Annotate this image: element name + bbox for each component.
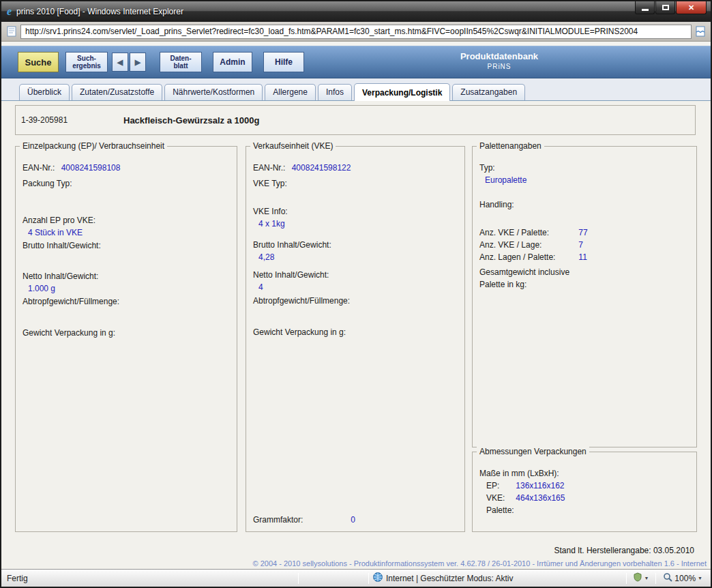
compatibility-view-icon[interactable] [696, 26, 705, 37]
chevron-down-icon: ▼ [698, 576, 702, 580]
tab-infos[interactable]: Infos [318, 84, 352, 100]
window-title: prins 2010 [Food] - Windows Internet Exp… [16, 7, 183, 16]
ep-ean-row: EAN-Nr.: 4008241598108 [23, 162, 230, 174]
vke-section: Verkaufseinheit (VKE) EAN-Nr.: 400824159… [246, 146, 465, 532]
palette-vke-lage-value: 7 [578, 240, 583, 250]
hilfe-button[interactable]: Hilfe [263, 52, 304, 72]
vke-typ-label: VKE Typ: [253, 177, 458, 190]
ep-ean-value: 4008241598108 [61, 163, 121, 173]
vke-ean-value: 4008241598122 [292, 163, 351, 173]
magnifier-icon [663, 572, 672, 584]
forward-arrow-icon: ▶ [135, 58, 140, 67]
ep-gewicht-label: Gewicht Verpackung in g: [23, 327, 230, 339]
vke-brutto-value: 4,28 [253, 251, 458, 263]
ep-section-title: Einzelpackung (EP)/ Verbrauchseinheit [20, 141, 167, 151]
back-arrow-icon: ◀ [117, 58, 123, 67]
vke-netto-value: 4 [253, 281, 458, 293]
security-zone: Internet | Geschützter Modus: Aktiv [373, 572, 514, 584]
tab-verpackung-logistik[interactable]: Verpackung/Logistik [354, 83, 450, 101]
datenblatt-label-line1: Daten- [170, 55, 191, 62]
palette-gesamtgewicht-label: Gesamtgewicht inclusive Palette in kg: [479, 266, 597, 291]
palette-section-title: Palettenangaben [477, 141, 544, 151]
security-zone-text: Internet | Geschützter Modus: Aktiv [386, 574, 514, 583]
palette-vke-lage-label: Anz. VKE / Lage: [479, 239, 576, 251]
palette-vke-lage-row: Anz. VKE / Lage: 7 [479, 239, 689, 251]
minimize-button[interactable] [635, 1, 655, 14]
ep-ean-label: EAN-Nr.: [23, 163, 55, 173]
abmessungen-ep-value: 136x116x162 [516, 481, 564, 490]
browser-window: e prins 2010 [Food] - Windows Internet E… [0, 0, 712, 588]
abmessungen-palette-row: Palette: [479, 504, 689, 516]
safety-menu-button[interactable]: ▼ [631, 572, 651, 585]
statusbar-separator [626, 573, 627, 584]
maximize-icon [662, 5, 669, 10]
title-bar: e prins 2010 [Food] - Windows Internet E… [1, 1, 711, 22]
abmessungen-ep-row: EP: 136x116x162 [479, 480, 689, 492]
vke-info-value: 4 x 1kg [253, 218, 458, 230]
brand: Produktdatenbank PRiNS [448, 51, 550, 70]
vke-grammfaktor-label: Grammfaktor: [253, 515, 348, 525]
vke-abtropf-label: Abtropfgewicht/Füllmenge: [253, 295, 458, 307]
palette-typ-label: Typ: [479, 162, 689, 174]
ep-netto-label: Netto Inhalt/Gewicht: [23, 270, 230, 282]
palette-vke-palette-row: Anz. VKE / Palette: 77 [479, 226, 689, 239]
vke-ean-row: EAN-Nr.: 4008241598122 [253, 162, 458, 174]
suchergebnis-label-line1: Such- [77, 55, 96, 62]
palette-section: Palettenangaben Typ: Europalette Handlin… [472, 146, 697, 447]
vke-brutto-label: Brutto Inhalt/Gewicht: [253, 239, 458, 251]
palette-handling-label: Handling: [479, 199, 689, 211]
statusbar-separator [298, 573, 299, 584]
status-text: Fertig [7, 574, 28, 583]
abmessungen-section: Abmessungen Verpackungen Maße in mm (LxB… [472, 452, 697, 532]
ie-icon: e [7, 6, 12, 17]
window-controls: ✕ [634, 1, 707, 14]
suchergebnis-button[interactable]: Such- ergebnis [65, 52, 108, 72]
product-header: 1-39-205981 Hackfleisch-Gewürzsalz a 100… [15, 105, 696, 135]
vke-grammfaktor-value: 0 [351, 515, 355, 525]
product-name: Hackfleisch-Gewürzsalz a 1000g [123, 115, 259, 126]
tab-zutaten-zusatzstoffe[interactable]: Zutaten/Zusatzstoffe [72, 84, 162, 100]
globe-icon [373, 572, 383, 584]
forward-button[interactable]: ▶ [130, 53, 146, 72]
suchergebnis-label-line2: ergebnis [72, 62, 101, 70]
datenblatt-label-line2: blatt [173, 62, 188, 70]
tab-zusatzangaben[interactable]: Zusatzangaben [452, 84, 525, 100]
ep-packung-typ-label: Packung Typ: [23, 177, 230, 190]
zoom-level: 100% [674, 574, 696, 583]
tab-strip: Überblick Zutaten/Zusatzstoffe Nährwerte… [1, 78, 711, 101]
abmessungen-vke-row: VKE: 464x136x165 [479, 492, 689, 504]
ep-anzahl-label: Anzahl EP pro VKE: [23, 214, 230, 226]
app-toolbar: Suche Such- ergebnis ◀ ▶ Daten- blatt Ad… [1, 46, 711, 78]
tab-allergene[interactable]: Allergene [265, 84, 316, 100]
content-area: 1-39-205981 Hackfleisch-Gewürzsalz a 100… [1, 101, 711, 569]
maximize-button[interactable] [655, 1, 675, 14]
minimize-icon [642, 9, 649, 11]
address-bar [1, 22, 711, 42]
tab-naehrwerte-kostformen[interactable]: Nährwerte/Kostformen [164, 84, 263, 100]
close-button[interactable]: ✕ [676, 1, 707, 14]
zoom-control[interactable]: 100% ▼ [660, 572, 705, 585]
palette-vke-palette-label: Anz. VKE / Palette: [479, 226, 576, 239]
palette-lagen-palette-value: 11 [578, 252, 587, 262]
suche-button[interactable]: Suche [18, 52, 59, 72]
palette-lagen-palette-label: Anz. Lagen / Palette: [479, 251, 576, 263]
admin-button[interactable]: Admin [213, 52, 252, 72]
abmessungen-vke-value: 464x136x165 [516, 493, 565, 503]
abmessungen-section-title: Abmessungen Verpackungen [477, 447, 589, 456]
ep-section: Einzelpackung (EP)/ Verbrauchseinheit EA… [15, 146, 237, 532]
vke-gewicht-label: Gewicht Verpackung in g: [253, 326, 458, 338]
vke-ean-label: EAN-Nr.: [253, 163, 285, 173]
abmessungen-palette-label: Palette: [479, 504, 514, 516]
stand-text: Stand lt. Herstellerangabe: 03.05.2010 [554, 546, 694, 555]
close-icon: ✕ [688, 3, 694, 12]
vke-grammfaktor-row: Grammfaktor: 0 [253, 515, 355, 525]
address-input[interactable] [20, 25, 692, 39]
ep-abtropf-label: Abtropfgewicht/Füllmenge: [23, 295, 230, 308]
tab-ueberblick[interactable]: Überblick [19, 84, 70, 100]
back-button[interactable]: ◀ [112, 53, 128, 72]
chevron-down-icon: ▼ [644, 576, 649, 580]
ep-brutto-label: Brutto Inhalt/Gewicht: [23, 239, 230, 252]
datenblatt-button[interactable]: Daten- blatt [160, 52, 202, 72]
vke-netto-label: Netto Inhalt/Gewicht: [253, 269, 458, 281]
brand-subtitle: PRiNS [448, 63, 550, 70]
